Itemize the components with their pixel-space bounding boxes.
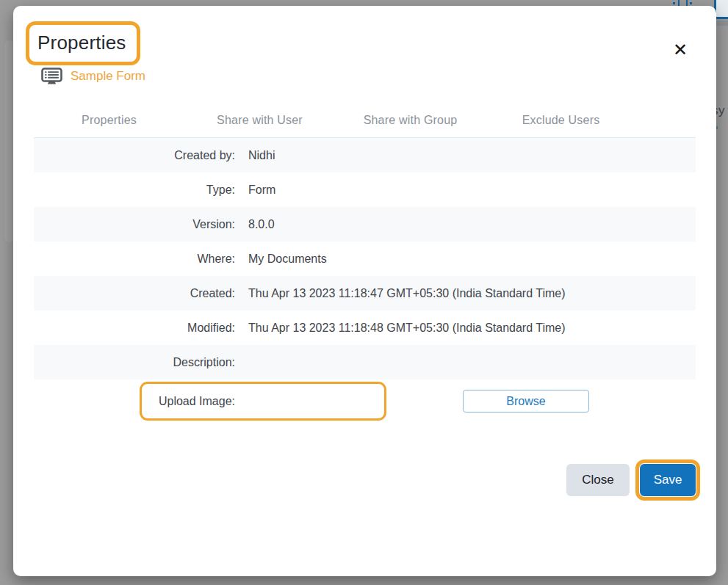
row-value: Form bbox=[248, 184, 275, 197]
row-value: Thu Apr 13 2023 11:18:48 GMT+05:30 (Indi… bbox=[248, 321, 566, 335]
dialog-tabs: Properties Share with User Share with Gr… bbox=[34, 101, 696, 140]
row-value: Nidhi bbox=[248, 149, 275, 162]
document-name-label: Sample Form bbox=[71, 69, 145, 84]
properties-table: Created by: Nidhi Type: Form Version: 8.… bbox=[34, 137, 696, 423]
close-button[interactable]: Close bbox=[566, 464, 630, 496]
row-value: 8.0.0 bbox=[248, 218, 275, 231]
tab-share-with-user[interactable]: Share with User bbox=[184, 101, 335, 139]
row-label: Description: bbox=[34, 356, 248, 369]
dialog-footer: Close Save bbox=[34, 464, 696, 496]
row-label: Modified: bbox=[34, 321, 248, 335]
row-label: Created by: bbox=[34, 149, 248, 162]
tab-exclude-users[interactable]: Exclude Users bbox=[486, 101, 636, 139]
close-icon[interactable]: ✕ bbox=[668, 38, 692, 62]
table-row-type: Type: Form bbox=[34, 172, 696, 207]
properties-dialog: ✕ Properties Sample Form Properties Shar bbox=[13, 6, 716, 576]
form-icon bbox=[41, 68, 62, 85]
save-button[interactable]: Save bbox=[640, 464, 696, 496]
tab-share-with-group[interactable]: Share with Group bbox=[335, 101, 486, 139]
row-label: Where: bbox=[34, 252, 248, 266]
document-subtitle: Sample Form bbox=[41, 68, 145, 85]
table-row-created-by: Created by: Nidhi bbox=[34, 138, 696, 172]
row-value: My Documents bbox=[248, 252, 327, 266]
table-row-upload-image: Upload Image: Browse bbox=[34, 379, 696, 423]
title-highlight-annotation: Properties bbox=[26, 21, 140, 65]
row-label: Created: bbox=[34, 287, 248, 300]
page-title: Properties bbox=[37, 32, 126, 54]
table-row-description: Description: bbox=[34, 345, 696, 379]
row-value: Thu Apr 13 2023 11:18:47 GMT+05:30 (Indi… bbox=[248, 287, 566, 300]
row-label: Upload Image: bbox=[34, 395, 248, 408]
browse-button[interactable]: Browse bbox=[463, 390, 589, 413]
row-label: Type: bbox=[34, 184, 248, 197]
table-row-modified: Modified: Thu Apr 13 2023 11:18:48 GMT+0… bbox=[34, 310, 696, 345]
tab-properties[interactable]: Properties bbox=[34, 101, 184, 139]
table-row-version: Version: 8.0.0 bbox=[34, 207, 696, 241]
table-row-where: Where: My Documents bbox=[34, 241, 696, 276]
table-row-created: Created: Thu Apr 13 2023 11:18:47 GMT+05… bbox=[34, 276, 696, 310]
row-label: Version: bbox=[34, 218, 248, 231]
